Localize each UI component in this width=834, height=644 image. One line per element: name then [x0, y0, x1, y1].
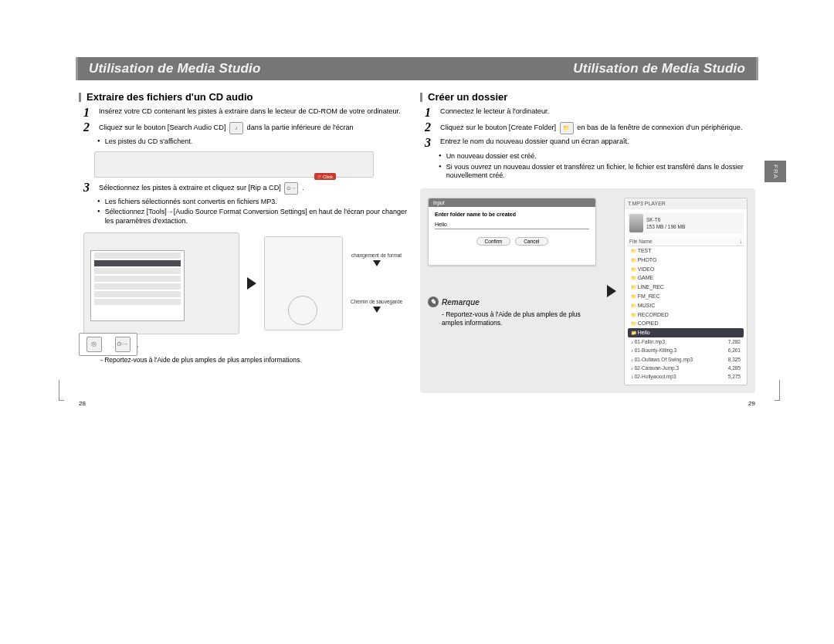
- file-item[interactable]: 02-Caravan-Jump.34,285: [628, 364, 744, 372]
- step-num-1: 1: [83, 107, 94, 119]
- rstep-text-2: Cliquez sur le bouton [Create Folder] 📁 …: [440, 122, 758, 134]
- language-tab-fra[interactable]: FRA: [764, 161, 786, 182]
- dialog-input[interactable]: Hello: [435, 220, 589, 229]
- right-screenshot-area: Input Enter folder name to be created He…: [420, 188, 755, 393]
- page-left: Utilisation de Media Studio Extraire des…: [76, 57, 417, 393]
- remarque-text-left: - Reportez-vous à l'Aide de plus amples …: [100, 356, 417, 364]
- click-badge: Click: [314, 173, 336, 180]
- step-text-2: Cliquez sur le bouton [Search Audio CD] …: [99, 122, 417, 134]
- rstep-num-1: 1: [425, 107, 436, 119]
- disc-icon[interactable]: ◎: [86, 337, 102, 352]
- bullet-3b: Sélectionnez [Tools]→[Audio Source Forma…: [97, 208, 417, 225]
- left-header-bar: Utilisation de Media Studio: [76, 57, 417, 80]
- player-header-row: File Name ↓: [628, 237, 744, 246]
- screenshot-settings: [264, 236, 343, 330]
- folder-item[interactable]: FM_REC: [628, 292, 744, 301]
- step-3: 3 Sélectionnez les pistes à extraire et …: [83, 182, 417, 195]
- selected-folder[interactable]: Hello: [628, 328, 744, 337]
- device-model: SK-T6: [646, 216, 685, 223]
- cancel-button[interactable]: Cancel: [515, 237, 548, 246]
- folder-item[interactable]: LINE_REC: [628, 283, 744, 292]
- player-device: SK-T6 153 MB / 198 MB: [628, 212, 744, 234]
- file-item[interactable]: 01-Fallin.mp37,282: [628, 337, 744, 346]
- note-icon-2: ✎: [428, 297, 439, 307]
- screenshot-toolbar: Click: [94, 151, 374, 178]
- search-audio-cd-icon[interactable]: ♪: [229, 122, 243, 134]
- create-folder-icon[interactable]: 📁: [560, 122, 574, 134]
- caption-format: changement de format: [351, 253, 402, 258]
- folder-item[interactable]: MUSIC: [628, 301, 744, 310]
- device-capacity: 153 MB / 198 MB: [646, 223, 685, 230]
- folder-item[interactable]: VIDEO: [628, 265, 744, 274]
- folder-item[interactable]: PHOTO: [628, 256, 744, 265]
- col-sort-icon[interactable]: ↓: [740, 238, 742, 245]
- rstep-3: 3 Entrez le nom du nouveau dossier quand…: [425, 137, 758, 149]
- step-text-1: Insérez votre CD contenant les pistes à …: [99, 107, 417, 117]
- player-panel: T.MP3 PLAYER SK-T6 153 MB / 198 MB File …: [624, 198, 748, 385]
- screenshot-tracklist: [83, 232, 239, 334]
- rbullet-3a: Un nouveau dossier est créé.: [439, 152, 758, 161]
- confirm-button[interactable]: Confirm: [476, 237, 511, 246]
- bullet-3a: Les fichiers sélectionnés sont convertis…: [97, 198, 417, 207]
- file-item[interactable]: 02-Hollywood.mp35,275: [628, 372, 744, 381]
- folder-item[interactable]: GAME: [628, 273, 744, 283]
- rstep-1: 1 Connectez le lecteur à l'ordinateur.: [425, 107, 758, 119]
- rstep-num-2: 2: [425, 121, 436, 134]
- step-3-text-a: Sélectionnez les pistes à extraire et cl…: [99, 184, 281, 192]
- rstep-2-text-a: Cliquez sur le bouton [Create Folder]: [440, 124, 556, 131]
- rstep-2: 2 Cliquez sur le bouton [Create Folder] …: [425, 122, 758, 134]
- dialog-head: Input: [429, 198, 595, 207]
- step-num-2: 2: [83, 121, 94, 134]
- screenshot-popup-buttons: ◎ ⊙→: [79, 333, 137, 356]
- rip-icon[interactable]: ⊙→: [115, 337, 131, 352]
- rstep-text-1: Connectez le lecteur à l'ordinateur.: [440, 107, 758, 117]
- step-num-3: 3: [83, 181, 94, 194]
- arrow-right-icon: [247, 277, 256, 290]
- create-folder-dialog: Input Enter folder name to be created He…: [428, 198, 596, 266]
- step-2-text-a: Cliquez sur le bouton [Search Audio CD]: [99, 124, 225, 131]
- page-right: Utilisation de Media Studio Créer un dos…: [417, 57, 758, 393]
- remarque-right: ✎ Remarque: [428, 297, 599, 307]
- screenshot-row: ◎ ⊙→ changement de format Chemin de sauv…: [83, 232, 417, 334]
- step-1: 1 Insérez votre CD contenant les pistes …: [83, 107, 417, 119]
- step-2: 2 Cliquez sur le bouton [Search Audio CD…: [83, 122, 417, 134]
- arrow-down-icon-2: [373, 307, 381, 313]
- right-header-title: Utilisation de Media Studio: [573, 61, 745, 76]
- rip-cd-icon[interactable]: ⊙→: [284, 182, 298, 195]
- page-num-left: 28: [79, 400, 86, 407]
- page-num-right: 29: [748, 400, 755, 407]
- folder-item[interactable]: TEST: [628, 246, 744, 256]
- caption-save: Chemin de sauvegarde: [351, 299, 402, 304]
- bullet-2a: Les pistes du CD s'affichent.: [97, 137, 417, 147]
- remarque-text-right: - Reportez-vous à l'Aide de plus amples …: [442, 310, 599, 327]
- file-item[interactable]: 01-Outlaws Of Swing.mp38,325: [628, 355, 744, 364]
- folder-item[interactable]: COPIED: [628, 319, 744, 328]
- rstep-num-3: 3: [425, 137, 436, 149]
- remarque-label-right: Remarque: [442, 298, 480, 307]
- arrow-down-icon: [373, 260, 381, 266]
- step-2-text-b: dans la partie inférieure de l'écran: [247, 124, 354, 131]
- rstep-2-text-b: en bas de la fenêtre de connexion d'un p…: [577, 124, 742, 131]
- device-thumbnail: [629, 214, 643, 232]
- dialog-label: Enter folder name to be created: [435, 212, 589, 217]
- player-title: T.MP3 PLAYER: [625, 198, 747, 209]
- folder-item[interactable]: RECORDED: [628, 310, 744, 320]
- page-corner-right: [775, 380, 780, 401]
- rbullet-3b: Si vous ouvrez un nouveau dossier et tra…: [439, 163, 758, 181]
- left-section-title: Extraire des fichiers d'un CD audio: [79, 91, 417, 103]
- step-3-text-b: .: [302, 184, 304, 192]
- arrow-right-icon-2: [607, 285, 616, 297]
- step-text-3: Sélectionnez les pistes à extraire et cl…: [99, 182, 417, 195]
- right-section-title: Créer un dossier: [420, 91, 758, 103]
- rstep-text-3: Entrez le nom du nouveau dossier quand u…: [440, 137, 758, 147]
- page-corner-left: [59, 380, 64, 401]
- right-header-bar: Utilisation de Media Studio: [417, 57, 758, 80]
- file-item[interactable]: 01-Bounty-Killing.36,261: [628, 346, 744, 354]
- col-filename: File Name: [629, 238, 653, 245]
- left-header-title: Utilisation de Media Studio: [89, 61, 261, 76]
